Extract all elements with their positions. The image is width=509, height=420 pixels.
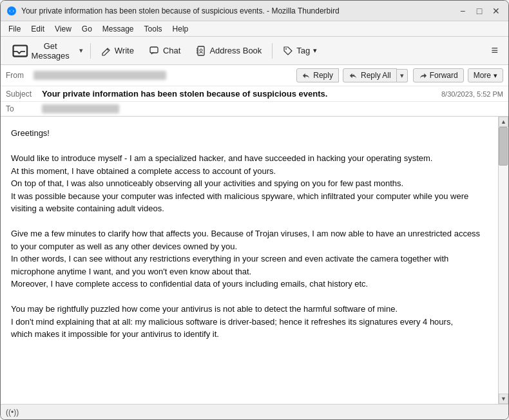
reply-group: Reply (296, 68, 339, 82)
reply-button[interactable]: Reply (296, 68, 339, 82)
inbox-icon (12, 43, 28, 59)
reply-all-label: Reply All (361, 71, 391, 80)
chat-icon (149, 46, 160, 56)
app-icon (6, 5, 17, 17)
maximize-button[interactable]: □ (472, 4, 486, 18)
tag-dropdown-icon: ▾ (313, 46, 317, 55)
from-value (34, 71, 166, 80)
body-line: Would like to introduce myself - I am a … (11, 153, 432, 163)
menu-file[interactable]: File (3, 23, 26, 35)
forward-icon (419, 72, 427, 80)
to-label: To (6, 104, 37, 113)
connection-icon: ((•)) (6, 408, 19, 417)
body-line: It was possible because your computer wa… (11, 191, 468, 214)
scroll-down-button[interactable]: ▼ (499, 394, 508, 404)
body-line: I don't mind explaining that at all: my … (11, 317, 453, 327)
reply-all-button[interactable]: Reply All (343, 68, 397, 82)
forward-label: Forward (430, 71, 458, 80)
get-messages-dropdown-button[interactable]: ▾ (76, 44, 86, 57)
window-title: Your private information has been stolen… (21, 6, 456, 15)
main-window: Your private information has been stolen… (0, 0, 509, 420)
to-value (42, 104, 119, 113)
body-line: Greetings! (11, 128, 50, 138)
reply-label: Reply (313, 71, 333, 80)
body-line: Moreover, I have complete access to conf… (11, 279, 368, 289)
window-controls: − □ ✕ (456, 4, 503, 18)
body-line: which makes it impossible for your antiv… (11, 329, 219, 339)
svg-point-9 (285, 48, 287, 50)
menu-message[interactable]: Message (97, 23, 139, 35)
minimize-button[interactable]: − (456, 4, 470, 18)
address-book-label: Address Book (209, 46, 262, 55)
email-header: From Reply Reply Al (1, 65, 508, 117)
scroll-track: ▲ ▼ (498, 117, 508, 404)
tag-label: Tag (296, 46, 310, 55)
scroll-up-button[interactable]: ▲ (499, 117, 508, 127)
svg-point-8 (200, 49, 202, 52)
subject-text: Your private information has been stolen… (42, 89, 436, 99)
connection-status: ((•)) (6, 408, 19, 417)
scroll-area (499, 127, 508, 394)
toolbar: Get Messages ▾ Write Chat (1, 37, 508, 65)
more-button[interactable]: More ▾ (468, 68, 503, 82)
menu-view[interactable]: View (50, 23, 77, 35)
from-label: From (6, 71, 28, 80)
write-button[interactable]: Write (95, 43, 140, 59)
tag-icon (283, 46, 293, 56)
menu-help[interactable]: Help (168, 23, 194, 35)
reply-all-icon (349, 72, 358, 80)
forward-button[interactable]: Forward (413, 68, 464, 82)
body-line: In other words, I can see without any re… (11, 254, 448, 276)
separator-1 (90, 43, 91, 59)
get-messages-group: Get Messages ▾ (6, 39, 86, 63)
close-button[interactable]: ✕ (489, 4, 503, 18)
get-messages-label: Get Messages (32, 41, 70, 61)
body-line: On top of that, I was also unnoticeably … (11, 178, 403, 188)
hamburger-menu-button[interactable]: ≡ (486, 41, 503, 60)
statusbar: ((•)) (1, 404, 508, 419)
get-messages-button[interactable]: Get Messages (6, 39, 76, 63)
svg-rect-3 (150, 47, 158, 53)
address-book-icon (196, 46, 206, 56)
body-line: Give me a few minutes to clarify how tha… (11, 229, 480, 251)
to-row: To (1, 102, 508, 116)
chat-button[interactable]: Chat (143, 43, 187, 59)
reply-icon (302, 72, 311, 80)
email-body[interactable]: Greetings!Would like to introduce myself… (1, 117, 498, 404)
from-actions-row: From Reply Reply Al (1, 65, 508, 86)
address-book-button[interactable]: Address Book (189, 43, 268, 59)
menu-edit[interactable]: Edit (26, 23, 50, 35)
svg-rect-4 (198, 46, 204, 55)
subject-label: Subject (6, 90, 37, 99)
body-line: At this moment, I have obtained a comple… (11, 166, 276, 176)
reply-all-group: Reply All ▾ (343, 68, 408, 82)
more-label: More (474, 71, 491, 80)
more-dropdown-icon: ▾ (494, 72, 497, 80)
email-body-container: Greetings!Would like to introduce myself… (1, 117, 508, 404)
date-text: 8/30/2023, 5:52 PM (441, 90, 503, 98)
reply-all-dropdown-button[interactable]: ▾ (397, 69, 408, 82)
svg-point-1 (10, 9, 14, 12)
menu-tools[interactable]: Tools (139, 23, 168, 35)
chat-label: Chat (163, 46, 180, 55)
write-icon (101, 46, 111, 56)
scroll-thumb[interactable] (499, 127, 508, 166)
menu-go[interactable]: Go (77, 23, 97, 35)
titlebar: Your private information has been stolen… (1, 1, 508, 21)
write-label: Write (115, 46, 134, 55)
subject-row: Subject Your private information has bee… (1, 86, 508, 102)
tag-button[interactable]: Tag ▾ (276, 43, 323, 59)
separator-2 (272, 43, 273, 59)
body-line: You may be rightfully puzzled how come y… (11, 304, 398, 314)
menubar: File Edit View Go Message Tools Help (1, 21, 508, 37)
